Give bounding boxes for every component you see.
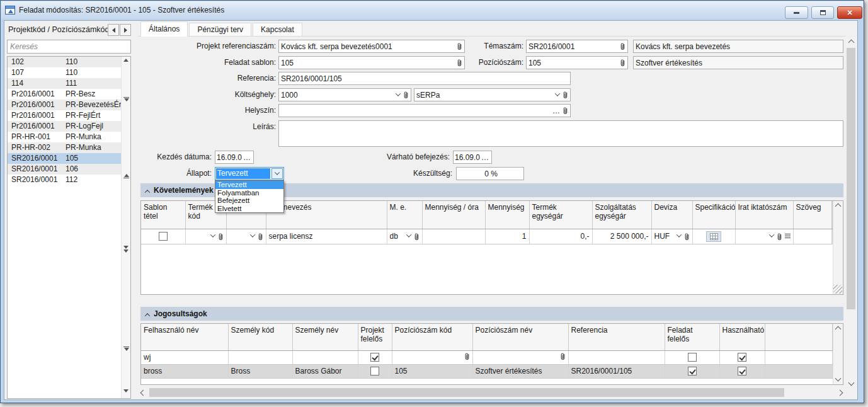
scroll-page-up-icon[interactable] [123,97,129,101]
paperclip-icon[interactable] [620,42,625,50]
list-item[interactable]: Pr2016/0001PR-FejlÉrt [8,110,121,121]
req-column-mennyiseg-ora[interactable]: Mennyiség / óra [422,201,485,229]
cell-pos-code[interactable] [392,350,472,364]
usable-checkbox[interactable] [738,367,746,375]
cell-task-resp[interactable] [665,364,719,378]
feladat-sablon-field[interactable]: 105 [278,56,465,69]
poziciszam-field[interactable]: 105 [526,56,628,69]
cell-usable[interactable] [719,350,765,364]
cell-task-resp[interactable] [665,350,719,364]
keszultseg-field[interactable]: 0 % [456,167,524,180]
sablon-tetel-checkbox[interactable] [159,232,168,241]
tab-penzugyi-terv[interactable]: Pénzügyi terv [189,23,251,37]
date-picker-icon[interactable]: … [481,154,489,161]
horizontal-scroll-thumb[interactable] [149,388,784,397]
permissions-scrollbar[interactable] [833,324,843,384]
cell-mennyiseg-ora[interactable] [422,229,485,244]
perm-column-felhasznalo-nev[interactable]: Felhasználó név [141,324,228,350]
dropdown-option-tervezett[interactable]: Tervezett [215,181,283,189]
maximize-button[interactable] [811,6,834,19]
combo-dropdown-button[interactable] [271,168,283,179]
req-column-specifikacio[interactable]: Specifikáció [692,201,735,229]
chevron-down-icon[interactable] [406,232,411,237]
req-column-mennyiseg[interactable]: Mennyiség [485,201,529,229]
perm-column-feladat-felelos[interactable]: Feladat felelős [665,324,719,350]
paperclip-icon[interactable] [457,42,462,50]
paperclip-icon[interactable] [457,59,462,67]
cell-szolgaltatas-egysegar[interactable]: 2 500 000,- [592,229,651,244]
paperclip-icon[interactable] [560,352,566,360]
permissions-section-header[interactable]: Jogosultságok [140,307,843,321]
scroll-top-icon[interactable] [123,59,128,62]
project-position-list[interactable]: 102110107110114111Pr2016/0001PR-BeszPr20… [7,56,131,399]
cell-megnevezes[interactable]: serpa licensz [266,229,387,244]
list-item[interactable]: Pr2016/0001PR-BevezetésÉrt [8,100,121,110]
poziciszam-name-field[interactable]: Szoftver értékesítés [633,56,843,69]
req-column-szoveg[interactable]: Szöveg [793,201,831,229]
list-item[interactable]: Pr2016/0001PR-Besz [8,89,121,100]
cell-szoveg[interactable] [793,229,831,244]
paperclip-icon[interactable] [620,59,625,67]
perm-column-referencia[interactable]: Referencia [568,324,665,350]
vertical-scroll-thumb[interactable] [847,48,855,309]
perm-column-pozicioszam-kod[interactable]: Pozíciószám kód [392,324,472,350]
dropdown-option-befejezett[interactable]: Befejezett [215,197,283,205]
chevron-down-icon[interactable] [210,232,215,237]
cell-pos-code[interactable]: 105 [392,364,472,378]
cell-person-code[interactable] [228,350,292,364]
cell-usable[interactable] [719,364,765,378]
list-item[interactable]: SR2016/0001105 [8,153,121,164]
koltseghely-code-combo[interactable]: 1000 [278,88,411,101]
cell-mennyiseg[interactable]: 1 [485,229,529,244]
list-item[interactable]: SR2016/0001112 [8,175,121,185]
varhato-date-field[interactable]: 16.09.02. … [453,151,492,164]
scroll-up-icon[interactable] [835,203,842,210]
scroll-down-button[interactable] [846,377,856,387]
scroll-left-button[interactable] [138,387,148,398]
allapot-combo[interactable]: Tervezett [215,167,284,180]
paperclip-icon[interactable] [218,232,224,241]
temaszam-name-field[interactable]: Kovács kft. serpa bevezetés [633,40,843,53]
paperclip-icon[interactable] [684,232,690,241]
scroll-fast-down-icon[interactable] [123,246,128,253]
list-item[interactable]: PR-HR-002PR-Munka [8,142,121,153]
paperclip-icon[interactable] [414,232,420,241]
paperclip-icon[interactable] [562,106,568,115]
list-scrollbar[interactable] [121,57,130,398]
koltseghely-name-combo[interactable]: sERPa [414,88,571,101]
scroll-page-down-icon[interactable] [123,347,129,351]
list-item[interactable]: 102110 [8,57,121,67]
cell-pos-name[interactable]: Szoftver értékesítés [472,364,568,378]
scroll-up-icon[interactable] [123,174,129,178]
cell-reference[interactable]: SR2016/0001/105 [568,364,665,378]
leiras-textarea[interactable] [278,120,843,147]
chevron-down-icon[interactable] [249,232,254,237]
cell-project-resp[interactable] [358,350,392,364]
requirements-scrollbar[interactable] [833,201,843,294]
project-resp-checkbox[interactable] [370,367,379,375]
scroll-right-button[interactable] [835,387,845,398]
req-column-irat-iktatoszam[interactable]: Irat iktatószám [735,201,793,229]
scroll-up-icon[interactable] [835,326,842,333]
cell-user[interactable]: bross [141,364,228,378]
ellipsis-picker-icon[interactable]: … [552,108,560,114]
perm-column-projekt-felelos[interactable]: Projekt felelős [358,324,392,350]
req-column-termek-egysegar[interactable]: Termék egységár [529,201,592,229]
list-item[interactable]: 114111 [8,78,121,89]
req-column-deviza[interactable]: Deviza [651,201,692,229]
date-picker-icon[interactable]: … [243,154,251,161]
paperclip-icon[interactable] [777,232,782,241]
req-column-sablon-tetel[interactable]: Sablon tétel [141,201,185,229]
tab-altalanos[interactable]: Általános [140,21,188,37]
main-vertical-scrollbar[interactable] [846,37,856,387]
projekt-ref-field[interactable]: Kovács kft. serpa bevezetés0001 [278,40,465,53]
document-lines-icon[interactable] [785,234,791,239]
titlebar[interactable]: Feladat módosítás: SR2016/0001 - 105 - S… [1,1,863,19]
list-item[interactable]: PR-HR-001PR-Munka [8,132,121,142]
paperclip-icon[interactable] [403,91,409,99]
task-resp-checkbox[interactable] [688,367,697,375]
chevron-down-icon[interactable] [396,91,401,96]
perm-column-szemely-kod[interactable]: Személy kód [228,324,292,350]
paperclip-icon[interactable] [258,232,263,241]
req-column-szolgaltatas-egysegar[interactable]: Szolgáltatás egységár [592,201,651,229]
